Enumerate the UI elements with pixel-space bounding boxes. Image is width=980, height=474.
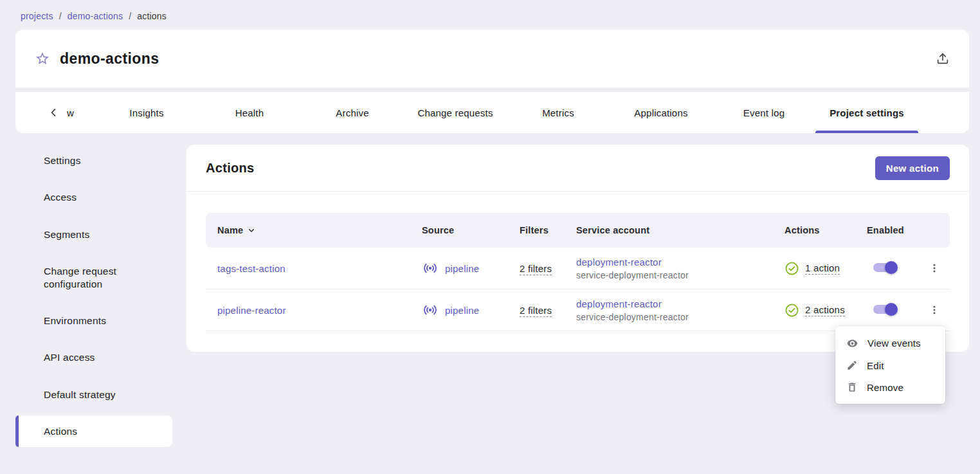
column-header-name[interactable]: Name: [206, 225, 422, 235]
service-account-token: service-deployment-reactor: [576, 270, 689, 280]
breadcrumb-link-projects[interactable]: projects: [21, 11, 53, 21]
sidebar-item-api-access[interactable]: API access: [15, 342, 172, 373]
row-menu-button[interactable]: [924, 300, 945, 320]
panel-title: Actions: [206, 161, 254, 176]
filters-count[interactable]: 2 filters: [520, 263, 552, 275]
source-link[interactable]: pipeline: [422, 260, 520, 277]
column-header-name-label: Name: [217, 225, 243, 235]
sidebar-item-environments[interactable]: Environments: [15, 305, 172, 336]
tab-change-requests[interactable]: Change requests: [404, 92, 507, 133]
breadcrumb-separator: /: [59, 11, 62, 21]
service-account-link[interactable]: deployment-reactor: [576, 257, 785, 268]
project-header: demo-actions: [15, 30, 969, 87]
actions-count[interactable]: 1 action: [805, 262, 840, 275]
enabled-toggle[interactable]: [873, 263, 895, 272]
sidebar-item-default-strategy[interactable]: Default strategy: [15, 379, 172, 410]
export-button[interactable]: [936, 51, 950, 66]
tab-insights[interactable]: Insights: [95, 92, 198, 133]
pencil-icon: [846, 360, 858, 371]
star-icon: [35, 51, 50, 66]
kebab-icon: [929, 304, 940, 316]
action-name-link[interactable]: pipeline-reactor: [217, 305, 286, 316]
chevron-left-icon: [47, 106, 60, 119]
menu-item-label: View events: [867, 338, 921, 349]
tab-project-settings[interactable]: Project settings: [815, 92, 918, 133]
broadcast-icon: [422, 302, 439, 318]
column-header-actions: Actions: [785, 225, 867, 235]
tabs-scroll-left-button[interactable]: [44, 92, 63, 133]
toggle-thumb: [885, 303, 898, 316]
project-tab-bar: w Insights Health Archive Change request…: [15, 92, 969, 133]
tab-event-log[interactable]: Event log: [712, 92, 815, 133]
toggle-thumb: [885, 261, 898, 274]
sidebar-item-segments[interactable]: Segments: [15, 219, 172, 250]
new-action-button[interactable]: New action: [875, 156, 950, 180]
kebab-icon: [929, 262, 940, 274]
tab-metrics[interactable]: Metrics: [507, 92, 610, 133]
breadcrumb: projects / demo-actions / actions: [0, 0, 980, 30]
service-account-token: service-deployment-reactor: [576, 312, 689, 322]
table-header-row: Name Source Filters Service account Acti…: [206, 213, 950, 248]
tab-overview-clipped[interactable]: w: [63, 92, 95, 133]
action-name-link[interactable]: tags-test-action: [217, 263, 286, 274]
service-account-link[interactable]: deployment-reactor: [576, 298, 785, 309]
settings-sidebar: Settings Access Segments Change request …: [15, 145, 172, 452]
source-label: pipeline: [445, 305, 479, 316]
tab-health[interactable]: Health: [198, 92, 301, 133]
upload-icon: [936, 51, 950, 66]
actions-panel-header: Actions New action: [186, 145, 969, 192]
check-circle-icon: [785, 261, 799, 276]
row-menu-button[interactable]: [924, 258, 945, 278]
enabled-toggle[interactable]: [873, 305, 895, 314]
breadcrumb-separator: /: [129, 11, 131, 21]
sort-chevron-down-icon: [246, 225, 257, 235]
sidebar-item-change-request-configuration[interactable]: Change request configuration: [15, 255, 172, 300]
tab-applications[interactable]: Applications: [610, 92, 712, 133]
sidebar-item-actions[interactable]: Actions: [15, 415, 172, 447]
column-header-service-account: Service account: [576, 225, 785, 235]
tab-archive[interactable]: Archive: [301, 92, 404, 133]
source-label: pipeline: [445, 263, 479, 274]
table-row: tags-test-action pipeline: [206, 248, 950, 289]
breadcrumb-link-demo-actions[interactable]: demo-actions: [68, 11, 123, 21]
menu-item-label: Remove: [867, 382, 903, 393]
menu-item-label: Edit: [867, 360, 884, 371]
column-header-filters: Filters: [520, 225, 576, 235]
check-circle-icon: [785, 303, 799, 318]
source-link[interactable]: pipeline: [422, 302, 520, 318]
sidebar-item-access[interactable]: Access: [15, 181, 172, 213]
broadcast-icon: [422, 260, 439, 277]
column-header-enabled: Enabled: [867, 225, 924, 235]
filters-count[interactable]: 2 filters: [520, 305, 552, 317]
actions-count[interactable]: 2 actions: [805, 304, 845, 316]
menu-item-view-events[interactable]: View events: [835, 332, 945, 354]
trash-icon: [846, 381, 858, 393]
sidebar-item-settings[interactable]: Settings: [15, 145, 172, 176]
column-header-source: Source: [422, 225, 520, 235]
menu-item-remove[interactable]: Remove: [835, 376, 945, 398]
project-title: demo-actions: [60, 50, 159, 68]
breadcrumb-current-actions: actions: [137, 11, 167, 21]
eye-icon: [846, 337, 858, 349]
row-context-menu: View events Edit Remove: [835, 326, 945, 404]
actions-panel: Actions New action Name Source Filters S…: [186, 145, 969, 352]
table-row: pipeline-reactor pipeline: [206, 289, 950, 331]
favorite-star-button[interactable]: [35, 51, 50, 66]
menu-item-edit[interactable]: Edit: [835, 354, 945, 376]
